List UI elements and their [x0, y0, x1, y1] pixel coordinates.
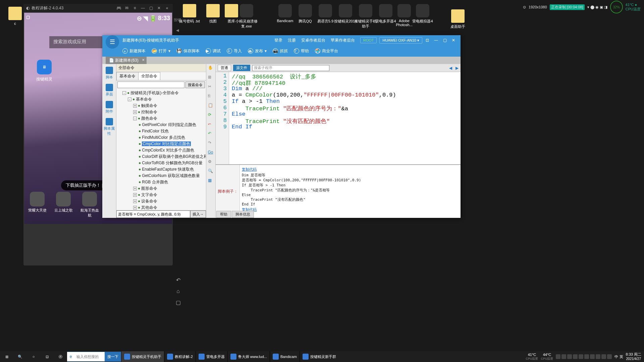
- desktop-icon[interactable]: 桌面助手: [446, 9, 470, 29]
- edge-icon[interactable]: ⓔ: [54, 351, 67, 362]
- strip-icon[interactable]: 🔍: [208, 169, 214, 175]
- copy-code-link[interactable]: 复制代码: [242, 207, 459, 212]
- command-tree[interactable]: -●按键精灵(手机版)-全部命令-●基本命令+●触摸命令+●控制命令-●颜色命令…: [116, 89, 206, 210]
- tree-node[interactable]: -●按键精灵(手机版)-全部命令: [118, 90, 205, 96]
- toolbar-保存脚本[interactable]: 💾保存脚本: [176, 48, 200, 54]
- temp-widget-1[interactable]: 41°CCPU温度: [526, 353, 538, 361]
- search-icon[interactable]: 🔍: [13, 351, 27, 362]
- tree-node[interactable]: +●图形命令: [118, 185, 205, 192]
- taskbar-app[interactable]: 雷电多开器: [196, 351, 227, 362]
- view-source-button[interactable]: 源文件: [233, 65, 250, 71]
- cmd-search-button[interactable]: 搜索命令: [185, 81, 205, 88]
- strip-go-icon[interactable]: Go: [208, 150, 214, 156]
- taskview-icon[interactable]: ⊡: [40, 351, 54, 362]
- taskbar-search-input[interactable]: [74, 352, 105, 361]
- copy-code-link[interactable]: 复制代码: [242, 167, 459, 172]
- nav-next-icon[interactable]: ▶: [455, 66, 459, 70]
- ime-indicator[interactable]: 中 英: [614, 354, 623, 359]
- strip-icon[interactable]: ↶: [208, 131, 214, 137]
- strip-icon[interactable]: 📋: [208, 103, 214, 109]
- toolbar-抓抓[interactable]: 📷抓抓: [273, 48, 288, 54]
- start-button[interactable]: ⊞: [0, 351, 13, 362]
- tree-node[interactable]: -●颜色命令: [118, 115, 205, 122]
- clock[interactable]: 8:33 周二2021/4/27: [626, 352, 641, 361]
- tree-node[interactable]: ●CmpColor 对比指定点颜色: [118, 141, 205, 147]
- taskbar-app[interactable]: Bandicam: [270, 351, 300, 362]
- taskbar-app[interactable]: 按键精灵新手群: [300, 351, 339, 362]
- tree-node[interactable]: -●基本命令: [118, 96, 205, 103]
- rail-界面[interactable]: 界面: [106, 82, 113, 98]
- toolbar-新建脚本[interactable]: ＋新建脚本: [122, 48, 146, 54]
- login-link[interactable]: 登录: [274, 38, 282, 43]
- insert-button[interactable]: 插入→: [190, 210, 206, 218]
- strip-icon[interactable]: ⎘: [208, 94, 214, 100]
- toolbar-帮助[interactable]: ?帮助: [294, 48, 309, 54]
- tab-help[interactable]: 帮助: [216, 211, 231, 218]
- toolbar-调试[interactable]: ▶调试: [206, 48, 221, 54]
- rail-附件[interactable]: 附件: [106, 100, 113, 115]
- tree-node[interactable]: ●GetPixelColor 得到指定点颜色: [118, 122, 205, 128]
- hamburger-icon[interactable]: ☰: [106, 35, 119, 49]
- hotkey-icon[interactable]: 按键: [173, 17, 181, 25]
- strip-icon[interactable]: ⚙: [208, 159, 214, 165]
- dock-app[interactable]: 荣耀大天使: [28, 192, 47, 218]
- rail-脚本[interactable]: 脚本: [106, 65, 113, 81]
- tree-node[interactable]: +●文字命令: [118, 192, 205, 198]
- maximize-button[interactable]: ▢: [441, 37, 448, 44]
- tree-node[interactable]: +●设备命令: [118, 198, 205, 204]
- system-tray[interactable]: [556, 354, 612, 359]
- temp-widget-2[interactable]: 44°CCPU温度: [541, 353, 553, 361]
- taskbar-search[interactable]: e 搜一下: [67, 352, 121, 362]
- tree-node[interactable]: ●FindColor 找色: [118, 128, 205, 134]
- tree-node[interactable]: ●EnableFastCapture 快速取色: [118, 166, 205, 173]
- tab-all-cmds[interactable]: 全部命令: [138, 72, 160, 80]
- gamepad-icon[interactable]: 🎮: [116, 5, 122, 11]
- tree-node[interactable]: ●RGB 合并颜色: [118, 179, 205, 185]
- strip-icon[interactable]: ✋: [208, 65, 214, 71]
- minimize-button[interactable]: —: [432, 37, 440, 44]
- minimize-icon[interactable]: —: [140, 5, 146, 11]
- sub-search-combo[interactable]: 搜索子程序: [252, 65, 329, 71]
- insert-preview-input[interactable]: [116, 210, 190, 218]
- taskbar-search-button[interactable]: 搜一下: [105, 352, 121, 361]
- device-chip[interactable]: HUAWEI OXF-AN10 ▾: [379, 37, 422, 44]
- maximize-icon[interactable]: ▢: [148, 5, 154, 11]
- tab-close-icon[interactable]: ×: [142, 58, 145, 62]
- tree-node[interactable]: +●控制命令: [118, 109, 205, 115]
- close-button[interactable]: ✕: [450, 37, 457, 44]
- collapse-icon[interactable]: «: [164, 5, 170, 11]
- taskbar-app[interactable]: 教程讲解-2: [164, 351, 196, 362]
- register-link[interactable]: 注册: [288, 38, 296, 43]
- toolbar-商业平台[interactable]: 🏪商业平台: [315, 48, 338, 54]
- strip-icon[interactable]: ⟳: [208, 112, 214, 118]
- tree-node[interactable]: ●FindMultiColor 多点找色: [118, 134, 205, 141]
- toolbar-打开[interactable]: 📂打开 ▾: [152, 48, 170, 54]
- tab-basic-cmds[interactable]: 基本命令: [116, 72, 139, 80]
- tree-node[interactable]: +●其他命令: [118, 204, 205, 210]
- taskbar-app[interactable]: 按键精灵手机助手: [121, 351, 164, 362]
- emulator-titlebar[interactable]: ◐ 教程讲解-2 4.0.43 🎮 ✉ ≡ — ▢ ✕ «: [23, 4, 173, 12]
- rail-脚本属性[interactable]: 脚本属性: [102, 117, 116, 137]
- strip-icon[interactable]: ↷: [208, 140, 214, 146]
- home-icon[interactable]: ⌂: [173, 288, 183, 294]
- tree-node[interactable]: ●CmpColorEx 对比多个点颜色: [118, 147, 205, 154]
- android-backend-link[interactable]: 安卓作者后台: [301, 38, 325, 43]
- tab-script-info[interactable]: 脚本信息: [232, 211, 254, 218]
- taskbar-app[interactable]: 鲁大师 www.lud...: [227, 351, 270, 362]
- apple-backend-link[interactable]: 苹果作者后台: [331, 38, 355, 43]
- dock-app[interactable]: 云上城之歌: [54, 192, 73, 218]
- back-icon[interactable]: ↶: [173, 277, 183, 283]
- ide-titlebar[interactable]: ☰ 新建脚本(63)-按键精灵手机助手 登录 注册 安卓作者后台 苹果作者后台 …: [102, 35, 461, 45]
- toolbar-发布[interactable]: ⏏发布 ▾: [248, 48, 267, 54]
- tree-node[interactable]: ●ColorToRGB 分解颜色为RGB分量: [118, 160, 205, 166]
- strip-icon[interactable]: ⤺: [208, 122, 214, 128]
- dock-app[interactable]: 航海王热血航: [80, 192, 99, 218]
- cmd-search-input[interactable]: [117, 81, 184, 88]
- emulator-app-shortcut[interactable]: 🖥 按键精灵: [34, 60, 54, 82]
- toolbar-导入[interactable]: ⇩导入: [227, 48, 242, 54]
- message-icon[interactable]: ✉: [124, 5, 130, 11]
- strip-icon[interactable]: ▦: [208, 178, 214, 184]
- tree-node[interactable]: +●触摸命令: [118, 103, 205, 109]
- pin-icon[interactable]: ⊡: [424, 37, 431, 44]
- cortana-icon[interactable]: ○: [27, 351, 40, 362]
